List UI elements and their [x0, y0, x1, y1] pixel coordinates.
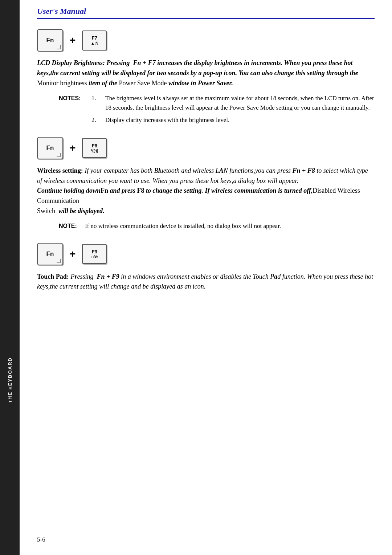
plus-sign-2: + [70, 142, 75, 154]
page-title: User's Manual [37, 7, 86, 16]
f9-key-icon: □/⊘ [91, 255, 98, 259]
notes-row-lcd: NOTES: 1. The brightness level is always… [59, 94, 375, 128]
note-content-wireless: If no wireless communication device is i… [85, 221, 375, 231]
key-row-f8: Fn + F8 °((·)) [37, 137, 375, 159]
note-text-wireless: If no wireless communication device is i… [85, 223, 281, 229]
fn-key-label-2: Fn [46, 144, 54, 152]
note-text-2: Display clarity increases with the brigh… [105, 115, 229, 125]
sidebar-label: THE KEYBOARD [7, 357, 13, 403]
fn-key-3: Fn [37, 243, 63, 265]
sidebar: THE KEYBOARD [0, 0, 20, 555]
note-label-wireless: NOTE: [59, 221, 85, 231]
fn-key-label-1: Fn [46, 37, 54, 44]
note-text-1: The brightness level is always set at th… [105, 94, 375, 113]
lcd-brightness-heading: LCD Display Brightness: [37, 59, 107, 66]
f8-key-icon: °((·)) [91, 149, 98, 153]
notes-section-lcd: NOTES: 1. The brightness level is always… [59, 94, 375, 128]
wireless-setting-text: Wireless setting: If your computer has b… [37, 166, 375, 216]
lcd-brightness-text: LCD Display Brightness: Pressing Fn + F7… [37, 58, 375, 89]
note-number-2: 2. [91, 115, 102, 125]
wireless-heading-bold: Wireless setting: [37, 167, 83, 174]
touchpad-heading-bold: Touch Pad: [37, 273, 69, 280]
main-content: User's Manual Fn + F7 ▲☆ LCD Display Bri… [20, 0, 392, 555]
note-item-1: 1. The brightness level is always set at… [91, 94, 375, 113]
fn-key-1: Fn [37, 29, 63, 52]
plus-sign-1: + [70, 34, 75, 46]
f8-key: F8 °((·)) [82, 138, 107, 158]
page-container: THE KEYBOARD User's Manual Fn + F7 ▲☆ LC… [0, 0, 392, 555]
touchpad-text: Touch Pad: Pressing Fn + F9 in a windows… [37, 272, 375, 292]
note-number-1: 1. [91, 94, 102, 113]
f9-key-label: F9 [92, 249, 97, 254]
note-section-wireless: NOTE: If no wireless communication devic… [59, 221, 375, 231]
note-item-2: 2. Display clarity increases with the br… [91, 115, 375, 125]
footer-page-number: 5-6 [37, 536, 45, 543]
plus-sign-3: + [70, 248, 75, 260]
key-row-f9: Fn + F9 □/⊘ [37, 243, 375, 265]
f9-key: F9 □/⊘ [82, 244, 107, 264]
f7-key-icon: ▲☆ [91, 41, 98, 45]
touchpad-heading-italic: Pressing Fn + F9 in a windows environmen… [37, 273, 373, 290]
f8-key-label: F8 [92, 143, 97, 148]
f7-key: F7 ▲☆ [82, 30, 107, 50]
notes-label-lcd: NOTES: [59, 94, 91, 103]
key-row-f7: Fn + F7 ▲☆ [37, 29, 375, 52]
note-row-wireless: NOTE: If no wireless communication devic… [59, 221, 375, 231]
notes-content-lcd: 1. The brightness level is always set at… [91, 94, 375, 128]
fn-key-2: Fn [37, 137, 63, 159]
page-header: User's Manual [37, 0, 375, 19]
fn-key-label-3: Fn [46, 250, 54, 258]
f7-key-label: F7 [92, 36, 97, 40]
